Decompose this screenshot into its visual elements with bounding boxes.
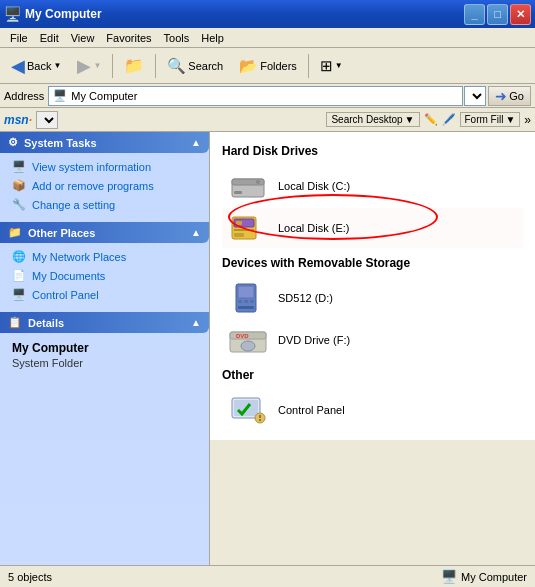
menu-file[interactable]: File <box>4 30 34 46</box>
msn-toolbar: msn· Search Desktop ▼ ✏️ 🖊️ Form Fill ▼ … <box>0 108 535 132</box>
address-label: Address <box>4 90 44 102</box>
view-button[interactable]: ⊞ ▼ <box>313 53 350 79</box>
details-section: 📋 Details ▲ My Computer System Folder <box>0 312 209 377</box>
details-info: System Folder <box>12 357 197 369</box>
drive-c-icon <box>228 170 268 202</box>
msn-overflow-icon: » <box>524 113 531 127</box>
my-documents-icon: 📄 <box>12 269 26 282</box>
up-button[interactable]: 📁 <box>117 52 151 79</box>
system-tasks-header[interactable]: ⚙ System Tasks ▲ <box>0 132 209 153</box>
close-button[interactable]: ✕ <box>510 4 531 25</box>
control-panel-label: Control Panel <box>278 404 345 416</box>
menu-tools[interactable]: Tools <box>158 30 196 46</box>
details-icon: 📋 <box>8 316 22 329</box>
add-remove-programs-label: Add or remove programs <box>32 180 154 192</box>
msn-logo: msn· <box>4 113 32 127</box>
msn-edit-icon: ✏️ <box>424 113 438 126</box>
view-system-info-label: View system information <box>32 161 151 173</box>
view-icon: ⊞ <box>320 57 333 75</box>
forward-dropdown-icon: ▼ <box>93 61 101 70</box>
control-panel-item[interactable]: Control Panel <box>222 390 523 430</box>
drive-f-label: DVD Drive (F:) <box>278 334 350 346</box>
title-bar: 🖥️ My Computer _ □ ✕ <box>0 0 535 28</box>
other-places-header[interactable]: 📁 Other Places ▲ <box>0 222 209 243</box>
address-bar: Address 🖥️ My Computer ➜ Go <box>0 84 535 108</box>
svg-point-23 <box>259 419 261 421</box>
folders-label: Folders <box>260 60 297 72</box>
toolbar-separator-2 <box>155 54 156 78</box>
menu-favorites[interactable]: Favorites <box>100 30 157 46</box>
control-panel-sidebar-label: Control Panel <box>32 289 99 301</box>
control-panel-sidebar-icon: 🖥️ <box>12 288 26 301</box>
search-desktop-label: Search Desktop <box>331 114 402 125</box>
removable-section-title: Devices with Removable Storage <box>222 256 523 270</box>
forward-icon: ▶ <box>77 55 91 77</box>
drive-f-item[interactable]: DVD DVD Drive (F:) <box>222 320 523 360</box>
go-label: Go <box>509 90 524 102</box>
folders-button[interactable]: 📂 Folders <box>232 53 304 79</box>
svg-rect-8 <box>234 233 244 237</box>
control-panel-icon <box>228 394 268 426</box>
view-system-info-item[interactable]: 🖥️ View system information <box>0 157 209 176</box>
svg-rect-3 <box>234 191 242 194</box>
change-setting-label: Change a setting <box>32 199 115 211</box>
network-places-label: My Network Places <box>32 251 126 263</box>
menu-help[interactable]: Help <box>195 30 230 46</box>
other-section-title: Other <box>222 368 523 382</box>
add-remove-programs-item[interactable]: 📦 Add or remove programs <box>0 176 209 195</box>
status-bar: 5 objects 🖥️ My Computer <box>0 565 535 587</box>
address-computer-icon: 🖥️ <box>53 89 67 102</box>
address-dropdown[interactable] <box>464 86 486 106</box>
drive-d-item[interactable]: SD512 (D:) <box>222 278 523 318</box>
menu-view[interactable]: View <box>65 30 101 46</box>
my-documents-item[interactable]: 📄 My Documents <box>0 266 209 285</box>
right-panel: Hard Disk Drives Local Disk (C:) <box>210 132 535 440</box>
drive-e-item[interactable]: Local Disk (E:) <box>222 208 523 248</box>
control-panel-sidebar-item[interactable]: 🖥️ Control Panel <box>0 285 209 304</box>
system-tasks-title: System Tasks <box>24 137 97 149</box>
details-title: Details <box>28 317 64 329</box>
menu-edit[interactable]: Edit <box>34 30 65 46</box>
msn-highlight-icon: 🖊️ <box>442 113 456 126</box>
other-places-title-area: 📁 Other Places <box>8 226 95 239</box>
status-computer-icon: 🖥️ <box>441 569 457 584</box>
svg-point-17 <box>241 341 255 351</box>
svg-point-2 <box>256 180 260 184</box>
back-dropdown-icon: ▼ <box>53 61 61 70</box>
system-tasks-chevron: ▲ <box>191 137 201 148</box>
form-fill-button[interactable]: Form Fill ▼ <box>460 112 521 127</box>
back-icon: ◀ <box>11 55 25 77</box>
my-documents-label: My Documents <box>32 270 105 282</box>
left-panel: ⚙ System Tasks ▲ 🖥️ View system informat… <box>0 132 210 565</box>
msn-dropdown[interactable] <box>36 111 58 129</box>
minimize-button[interactable]: _ <box>464 4 485 25</box>
go-arrow-icon: ➜ <box>495 88 507 104</box>
network-places-item[interactable]: 🌐 My Network Places <box>0 247 209 266</box>
system-tasks-icon: ⚙ <box>8 136 18 149</box>
drive-e-label: Local Disk (E:) <box>278 222 350 234</box>
address-input[interactable]: 🖥️ My Computer <box>48 86 463 106</box>
right-panel-wrapper: Hard Disk Drives Local Disk (C:) <box>210 132 535 565</box>
go-button[interactable]: ➜ Go <box>488 86 531 106</box>
search-label: Search <box>188 60 223 72</box>
view-dropdown-icon: ▼ <box>335 61 343 70</box>
back-button[interactable]: ◀ Back ▼ <box>4 51 68 81</box>
system-tasks-section: ⚙ System Tasks ▲ 🖥️ View system informat… <box>0 132 209 218</box>
forward-button[interactable]: ▶ ▼ <box>70 51 108 81</box>
other-places-section: 📁 Other Places ▲ 🌐 My Network Places 📄 M… <box>0 222 209 308</box>
details-header[interactable]: 📋 Details ▲ <box>0 312 209 333</box>
search-button[interactable]: 🔍 Search <box>160 53 230 79</box>
msn-right-area: Search Desktop ▼ ✏️ 🖊️ Form Fill ▼ » <box>326 112 531 127</box>
drive-c-item[interactable]: Local Disk (C:) <box>222 166 523 206</box>
up-icon: 📁 <box>124 56 144 75</box>
maximize-button[interactable]: □ <box>487 4 508 25</box>
main-area: ⚙ System Tasks ▲ 🖥️ View system informat… <box>0 132 535 565</box>
status-right: 🖥️ My Computer <box>441 569 527 584</box>
search-desktop-button[interactable]: Search Desktop ▼ <box>326 112 419 127</box>
toolbar: ◀ Back ▼ ▶ ▼ 📁 🔍 Search 📂 Folders ⊞ ▼ <box>0 48 535 84</box>
details-name: My Computer <box>12 341 197 355</box>
window-controls: _ □ ✕ <box>464 4 531 25</box>
form-fill-label: Form Fill <box>465 114 504 125</box>
change-setting-item[interactable]: 🔧 Change a setting <box>0 195 209 214</box>
window-icon: 🖥️ <box>4 6 21 22</box>
